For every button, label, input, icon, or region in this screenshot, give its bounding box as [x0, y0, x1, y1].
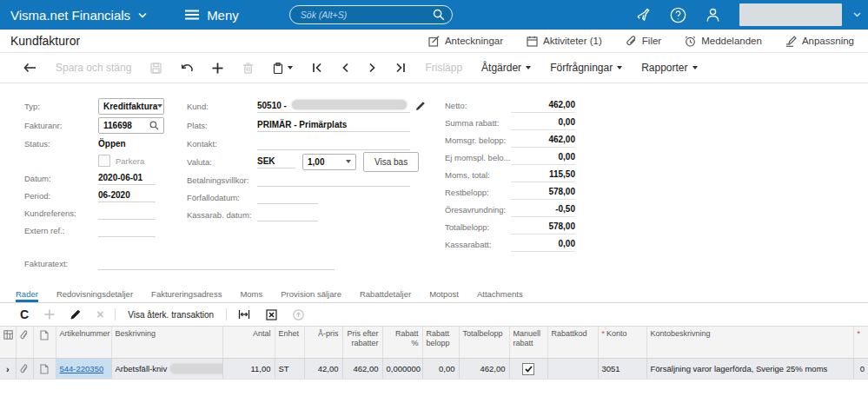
cash-discount-date-field[interactable]	[257, 208, 318, 221]
undo-button[interactable]	[171, 63, 202, 73]
files-link[interactable]: Filer	[626, 36, 661, 47]
truncated-last-cell[interactable]: 0	[853, 359, 868, 380]
fit-columns-button[interactable]	[230, 309, 258, 320]
app-switcher[interactable]: Visma.net Financials	[10, 8, 147, 23]
col-artikelnummer[interactable]: Artikelnummer	[56, 327, 111, 359]
type-select[interactable]: Kreditfaktura	[98, 98, 164, 115]
period-field[interactable]: 06-2020	[98, 188, 156, 202]
col-rabatt-pct[interactable]: Rabatt %	[382, 327, 422, 359]
reports-menu-button[interactable]: Rapporter	[632, 62, 706, 74]
manual-discount-cell[interactable]	[509, 359, 547, 380]
account-cell[interactable]: 3051	[598, 359, 646, 380]
account-description-cell[interactable]: Försäljning varor lagerförda, Sverige 25…	[646, 359, 853, 380]
col-manuell-rabatt[interactable]: Manuell rabatt	[509, 327, 547, 359]
discount-amount-cell[interactable]: 0,00	[422, 359, 459, 380]
tab-rabattdetaljer[interactable]: Rabattdetaljer	[360, 289, 411, 302]
delete-row-button[interactable]: ×	[89, 309, 111, 320]
date-field[interactable]: 2020-06-01	[98, 171, 156, 185]
edit-customer-icon[interactable]	[415, 101, 426, 111]
invoice-text-field[interactable]	[98, 256, 335, 270]
discount-pct-cell[interactable]: 0,000000	[382, 359, 422, 380]
actions-menu-button[interactable]: Åtgärder	[472, 62, 540, 74]
item-number-cell[interactable]: 544-220350	[56, 359, 111, 380]
line-total-cell[interactable]: 462,00	[459, 359, 509, 380]
customer-ref-field[interactable]	[98, 206, 156, 220]
tab-motpost[interactable]: Motpost	[429, 289, 459, 302]
help-icon[interactable]	[670, 7, 686, 23]
user-menu-chevron-icon[interactable]	[853, 12, 861, 17]
user-icon[interactable]	[705, 7, 721, 23]
go-next-button[interactable]	[359, 63, 386, 73]
inquiries-menu-button[interactable]: Förfrågningar	[540, 62, 632, 74]
external-ref-field[interactable]	[98, 223, 156, 237]
qty-cell[interactable]: 11,00	[222, 359, 275, 380]
notes-column-header[interactable]	[33, 327, 56, 359]
lookup-icon[interactable]	[149, 121, 159, 130]
release-button[interactable]: Frisläpp	[415, 62, 472, 74]
upload-button[interactable]	[285, 309, 312, 320]
item-number-link[interactable]: 544-220350	[60, 364, 104, 373]
tab-provision-saljare[interactable]: Provision säljare	[281, 289, 341, 302]
col-totalbelopp[interactable]: Totalbelopp	[459, 327, 509, 359]
invoice-line-row[interactable]: › 544-220350 Arbetsfäll-kniv 11,00 ST 42…	[0, 359, 868, 380]
discount-code-cell[interactable]	[547, 359, 598, 380]
export-excel-button[interactable]	[258, 309, 285, 320]
go-first-button[interactable]	[302, 63, 332, 73]
row-selector-cell[interactable]: ›	[0, 359, 16, 380]
tab-redovisningsdetaljer[interactable]: Redovisningsdetaljer	[56, 289, 133, 302]
manual-discount-checkbox[interactable]	[522, 363, 534, 375]
refnbr-input[interactable]: 116698	[98, 117, 164, 134]
show-reversing-transaction-button[interactable]: Visa återk. transaktion	[119, 310, 222, 320]
location-field[interactable]: PRIMÄR - Primärplats	[257, 118, 410, 132]
currency-code-field[interactable]: SEK	[257, 155, 295, 168]
uom-cell[interactable]: ST	[275, 359, 304, 380]
col-kontobeskrivning[interactable]: Kontobeskrivning	[646, 327, 853, 359]
hold-checkbox[interactable]	[98, 155, 110, 167]
col-beskrivning[interactable]: Beskrivning	[111, 327, 222, 359]
customization-link[interactable]: Anpassning	[785, 36, 854, 47]
go-last-button[interactable]	[386, 63, 415, 73]
notes-link[interactable]: Anteckningar	[428, 36, 503, 47]
tab-attachments[interactable]: Attachments	[477, 289, 523, 302]
go-prev-button[interactable]	[332, 63, 359, 73]
description-cell[interactable]: Arbetsfäll-kniv	[111, 359, 222, 380]
search-input[interactable]	[289, 5, 453, 24]
add-record-button[interactable]	[202, 63, 233, 74]
col-rabattkod[interactable]: Rabattkod	[547, 327, 598, 359]
contact-field[interactable]	[257, 136, 410, 150]
tab-faktureringsadress[interactable]: Faktureringsadress	[151, 289, 222, 302]
edit-row-button[interactable]	[63, 309, 89, 320]
current-user-name-redacted[interactable]	[739, 3, 842, 26]
customer-field[interactable]: 50510 -	[257, 99, 410, 113]
view-base-button[interactable]: Visa bas	[363, 152, 419, 172]
back-button[interactable]	[14, 63, 46, 73]
column-settings-header[interactable]	[0, 327, 16, 359]
col-truncated[interactable]: *	[853, 327, 868, 359]
row-attachment-cell[interactable]	[16, 359, 33, 380]
col-konto[interactable]: *Konto	[598, 327, 646, 359]
tab-moms[interactable]: Moms	[240, 289, 262, 302]
row-note-cell[interactable]	[33, 359, 56, 380]
col-antal[interactable]: Antal	[222, 327, 275, 359]
announcements-icon[interactable]	[634, 7, 652, 23]
main-menu-button[interactable]: Meny	[185, 8, 239, 23]
add-row-button[interactable]	[36, 309, 63, 320]
activities-link[interactable]: Aktiviteter (1)	[527, 36, 602, 47]
save-button[interactable]	[141, 63, 171, 74]
price-after-discount-cell[interactable]: 462,00	[342, 359, 382, 380]
refresh-grid-button[interactable]: C	[12, 309, 36, 320]
copy-paste-button[interactable]	[263, 63, 302, 74]
save-close-button[interactable]: Spara och stäng	[46, 62, 141, 74]
unit-price-cell[interactable]: 42,00	[304, 359, 342, 380]
currency-rate-select[interactable]: 1,00	[302, 154, 356, 170]
tab-rader[interactable]: Rader	[16, 289, 38, 302]
col-pris-efter-rabatter[interactable]: Pris efter rabatter	[342, 327, 382, 359]
due-date-field[interactable]	[257, 190, 318, 204]
col-a-pris[interactable]: Å-pris	[304, 327, 342, 359]
delete-record-button[interactable]	[233, 63, 263, 74]
col-enhet[interactable]: Enhet	[275, 327, 304, 359]
attachment-column-header[interactable]	[16, 327, 33, 359]
col-rabatt-belopp[interactable]: Rabatt belopp	[422, 327, 459, 359]
notifications-link[interactable]: Meddelanden	[685, 36, 762, 47]
search-icon[interactable]	[433, 9, 445, 21]
